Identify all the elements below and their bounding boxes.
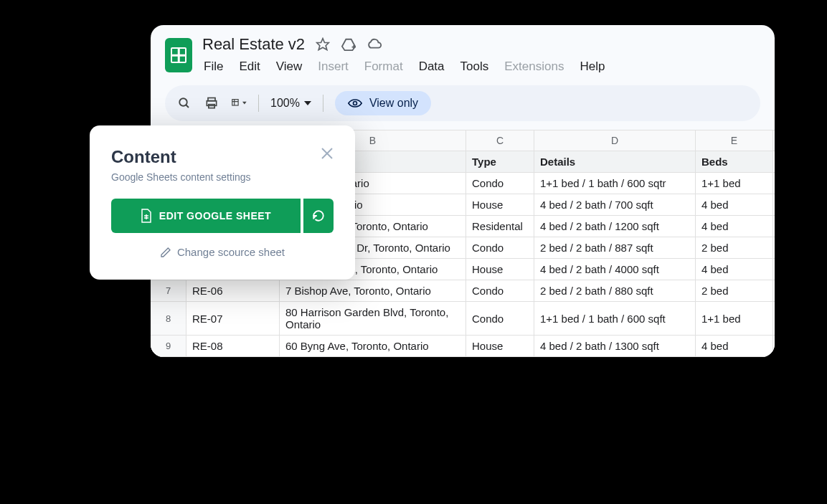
cell-details[interactable]: 4 bed / 2 bath / 700 sqft — [534, 194, 696, 215]
cell-address[interactable]: 7 Bishop Ave, Toronto, Ontario — [280, 280, 466, 301]
menu-edit[interactable]: Edit — [237, 57, 261, 77]
modal-subtitle: Google Sheets content settings — [111, 171, 334, 183]
cell-type[interactable]: House — [466, 259, 534, 280]
cell-type[interactable]: Condo — [466, 280, 534, 301]
svg-marker-11 — [242, 102, 247, 105]
svg-point-13 — [353, 102, 356, 105]
svg-rect-7 — [209, 105, 214, 108]
table-row: 7RE-067 Bishop Ave, Toronto, OntarioCond… — [151, 280, 775, 302]
row-number[interactable]: 7 — [151, 280, 186, 301]
cell-type[interactable]: Residental — [466, 216, 534, 237]
column-header[interactable]: D — [534, 130, 696, 151]
cell-type[interactable]: House — [466, 336, 534, 356]
header-cell[interactable]: Beds — [696, 151, 773, 172]
menubar: FileEditViewInsertFormatDataToolsExtensi… — [202, 57, 760, 77]
cell-address[interactable]: 80 Harrison Garden Blvd, Toronto, Ontari… — [280, 302, 466, 335]
filter-views-icon[interactable] — [231, 95, 247, 111]
cloud-icon[interactable] — [367, 37, 382, 52]
eye-icon — [348, 98, 362, 108]
modal-title: Content — [111, 147, 176, 167]
cell-beds[interactable]: 1+1 bed — [696, 302, 773, 335]
sheets-logo-icon[interactable] — [165, 38, 192, 72]
cell-beds[interactable]: 4 bed — [696, 336, 773, 356]
menu-help[interactable]: Help — [578, 57, 606, 77]
cell-details[interactable]: 2 bed / 2 bath / 887 sqft — [534, 237, 696, 258]
toolbar-divider — [258, 95, 259, 112]
close-icon[interactable] — [321, 147, 334, 160]
svg-line-4 — [186, 105, 189, 108]
change-source-link[interactable]: Change scource sheet — [111, 246, 334, 258]
cell-id[interactable]: RE-08 — [186, 336, 280, 356]
svg-marker-0 — [317, 39, 329, 50]
column-header[interactable]: C — [466, 130, 534, 151]
header-cell[interactable]: Type — [466, 151, 534, 172]
cell-type[interactable]: Condo — [466, 173, 534, 194]
cell-id[interactable]: RE-07 — [186, 302, 280, 335]
cell-address[interactable]: 60 Byng Ave, Toronto, Ontario — [280, 336, 466, 356]
cell-beds[interactable]: 2 bed — [696, 280, 773, 301]
cell-details[interactable]: 1+1 bed / 1 bath / 600 sqtr — [534, 173, 696, 194]
cell-beds[interactable]: 4 bed — [696, 194, 773, 215]
cell-beds[interactable]: 4 bed — [696, 216, 773, 237]
menu-insert: Insert — [316, 57, 350, 77]
cell-details[interactable]: 2 bed / 2 bath / 880 sqft — [534, 280, 696, 301]
row-number[interactable]: 8 — [151, 302, 186, 335]
cell-type[interactable]: House — [466, 194, 534, 215]
menu-file[interactable]: File — [202, 57, 225, 77]
doc-title[interactable]: Real Estate v2 — [202, 35, 305, 54]
refresh-icon — [312, 209, 325, 222]
edit-google-sheet-button[interactable]: EDIT GOOGLE SHEET — [111, 199, 301, 233]
header: Real Estate v2 FileEditViewInsertFormatD… — [151, 25, 775, 77]
cell-details[interactable]: 4 bed / 2 bath / 1300 sqft — [534, 336, 696, 356]
pencil-icon — [160, 247, 171, 258]
menu-view[interactable]: View — [275, 57, 304, 77]
refresh-button[interactable] — [303, 199, 334, 233]
table-row: 9RE-0860 Byng Ave, Toronto, OntarioHouse… — [151, 336, 775, 357]
header-cell[interactable]: Details — [534, 151, 696, 172]
cell-beds[interactable]: 4 bed — [696, 259, 773, 280]
cell-type[interactable]: Condo — [466, 302, 534, 335]
column-header[interactable]: E — [696, 130, 773, 151]
table-row: 8RE-0780 Harrison Garden Blvd, Toronto, … — [151, 302, 775, 336]
star-icon[interactable] — [315, 37, 331, 52]
cell-details[interactable]: 4 bed / 2 bath / 4000 sqft — [534, 259, 696, 280]
search-icon[interactable] — [176, 95, 192, 111]
sheet-icon — [141, 209, 152, 223]
svg-marker-12 — [304, 101, 311, 105]
svg-point-3 — [179, 98, 187, 106]
title-area: Real Estate v2 FileEditViewInsertFormatD… — [202, 35, 760, 77]
menu-format: Format — [363, 57, 405, 77]
cell-beds[interactable]: 2 bed — [696, 237, 773, 258]
menu-tools[interactable]: Tools — [459, 57, 491, 77]
toolbar-divider — [323, 95, 323, 112]
menu-data[interactable]: Data — [417, 57, 446, 77]
content-modal: Content Google Sheets content settings E… — [90, 125, 355, 280]
cell-id[interactable]: RE-06 — [186, 280, 280, 301]
cell-type[interactable]: Condo — [466, 237, 534, 258]
menu-extensions: Extensions — [503, 57, 565, 77]
svg-rect-8 — [232, 100, 238, 105]
zoom-dropdown[interactable]: 100% — [270, 97, 311, 110]
cell-details[interactable]: 1+1 bed / 1 bath / 600 sqft — [534, 302, 696, 335]
cell-beds[interactable]: 1+1 bed — [696, 173, 773, 194]
row-number[interactable]: 9 — [151, 336, 186, 356]
cell-details[interactable]: 4 bed / 2 bath / 1200 sqft — [534, 216, 696, 237]
print-icon[interactable] — [204, 95, 219, 111]
drive-add-icon[interactable] — [341, 37, 356, 52]
toolbar: 100% View only — [165, 85, 760, 121]
view-only-badge[interactable]: View only — [335, 91, 431, 115]
